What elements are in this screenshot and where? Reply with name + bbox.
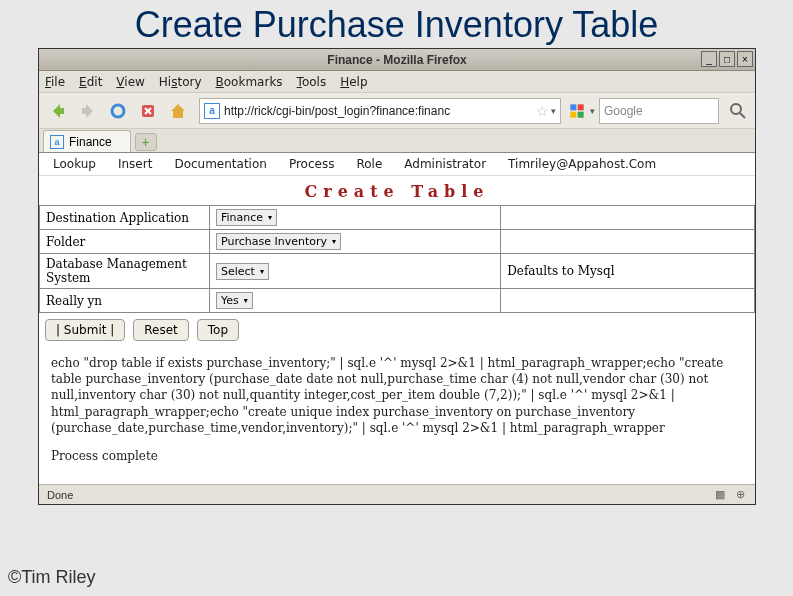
submit-button[interactable]: | Submit | bbox=[45, 319, 125, 341]
label-folder: Folder bbox=[40, 230, 210, 254]
search-placeholder: Google bbox=[604, 104, 714, 118]
extra-3 bbox=[501, 289, 755, 313]
extra-dbms: Defaults to Mysql bbox=[501, 254, 755, 289]
home-icon[interactable] bbox=[165, 98, 191, 124]
menu-view[interactable]: View bbox=[116, 75, 144, 89]
browser-window: Finance - Mozilla Firefox _ □ × File Edi… bbox=[38, 48, 756, 505]
status-icon-1[interactable]: ▩ bbox=[713, 488, 727, 502]
chevron-down-icon: ▾ bbox=[268, 213, 272, 222]
minimize-icon[interactable]: _ bbox=[701, 51, 717, 67]
menu-help[interactable]: Help bbox=[340, 75, 367, 89]
chevron-down-icon: ▾ bbox=[260, 267, 264, 276]
table-row: Database Management System Select▾ Defau… bbox=[40, 254, 755, 289]
statusbar: Done ▩ ⊕ bbox=[39, 484, 755, 504]
chevron-down-icon: ▾ bbox=[332, 237, 336, 246]
menu-history[interactable]: History bbox=[159, 75, 202, 89]
menu-file[interactable]: File bbox=[45, 75, 65, 89]
output-area: echo "drop table if exists purchase_inve… bbox=[39, 347, 755, 484]
svg-rect-3 bbox=[578, 104, 584, 110]
table-row: Folder Purchase Inventory▾ bbox=[40, 230, 755, 254]
search-box[interactable]: Google bbox=[599, 98, 719, 124]
search-icon[interactable] bbox=[723, 98, 749, 124]
tab-finance[interactable]: a Finance bbox=[43, 130, 131, 152]
extra-0 bbox=[501, 206, 755, 230]
app-menu-lookup[interactable]: Lookup bbox=[53, 157, 96, 171]
close-icon[interactable]: × bbox=[737, 51, 753, 67]
app-menu-administrator[interactable]: Administrator bbox=[404, 157, 486, 171]
output-status: Process complete bbox=[51, 448, 743, 464]
app-menu-email[interactable]: Timriley@Appahost.Com bbox=[508, 157, 656, 171]
app-menu-role[interactable]: Role bbox=[356, 157, 382, 171]
app-menu-insert[interactable]: Insert bbox=[118, 157, 152, 171]
chevron-down-icon: ▾ bbox=[244, 296, 248, 305]
google-button-icon[interactable]: ▾ bbox=[569, 98, 595, 124]
url-dropdown-icon[interactable]: ▾ bbox=[551, 106, 556, 116]
url-favicon-icon: a bbox=[204, 103, 220, 119]
footer-credit: ©Tim Riley bbox=[8, 567, 96, 588]
button-row: | Submit | Reset Top bbox=[39, 313, 755, 347]
reload-icon[interactable] bbox=[105, 98, 131, 124]
svg-rect-5 bbox=[578, 111, 584, 117]
window-controls: _ □ × bbox=[701, 51, 753, 67]
app-menu: Lookup Insert Documentation Process Role… bbox=[39, 153, 755, 176]
svg-rect-4 bbox=[570, 111, 576, 117]
select-destination-app[interactable]: Finance▾ bbox=[216, 209, 277, 226]
app-menu-documentation[interactable]: Documentation bbox=[174, 157, 267, 171]
extra-1 bbox=[501, 230, 755, 254]
top-button[interactable]: Top bbox=[197, 319, 239, 341]
label-dbms: Database Management System bbox=[40, 254, 210, 289]
stop-icon[interactable] bbox=[135, 98, 161, 124]
svg-line-7 bbox=[740, 113, 745, 118]
form-table: Destination Application Finance▾ Folder … bbox=[39, 205, 755, 313]
label-really: Really yn bbox=[40, 289, 210, 313]
svg-point-6 bbox=[731, 104, 741, 114]
app-menu-process[interactable]: Process bbox=[289, 157, 335, 171]
page-heading: Create Table bbox=[39, 176, 755, 205]
menu-bookmarks[interactable]: Bookmarks bbox=[216, 75, 283, 89]
select-folder[interactable]: Purchase Inventory▾ bbox=[216, 233, 341, 250]
reset-button[interactable]: Reset bbox=[133, 319, 189, 341]
tab-favicon-icon: a bbox=[50, 135, 64, 149]
select-really[interactable]: Yes▾ bbox=[216, 292, 253, 309]
titlebar: Finance - Mozilla Firefox _ □ × bbox=[39, 49, 755, 71]
tab-label: Finance bbox=[69, 135, 112, 149]
output-sql: echo "drop table if exists purchase_inve… bbox=[51, 355, 743, 436]
status-icon-2[interactable]: ⊕ bbox=[733, 488, 747, 502]
page-content: Lookup Insert Documentation Process Role… bbox=[39, 153, 755, 484]
url-text: http://rick/cgi-bin/post_login?finance:f… bbox=[224, 104, 534, 118]
menu-edit[interactable]: Edit bbox=[79, 75, 102, 89]
tabbar: a Finance + bbox=[39, 129, 755, 153]
label-destination-app: Destination Application bbox=[40, 206, 210, 230]
status-icons: ▩ ⊕ bbox=[713, 488, 747, 502]
menu-tools[interactable]: Tools bbox=[297, 75, 327, 89]
table-row: Destination Application Finance▾ bbox=[40, 206, 755, 230]
svg-rect-2 bbox=[570, 104, 576, 110]
bookmark-star-icon[interactable]: ☆ bbox=[536, 103, 549, 119]
menubar: File Edit View History Bookmarks Tools H… bbox=[39, 71, 755, 93]
back-icon[interactable] bbox=[45, 98, 71, 124]
url-bar[interactable]: a http://rick/cgi-bin/post_login?finance… bbox=[199, 98, 561, 124]
forward-icon[interactable] bbox=[75, 98, 101, 124]
slide-title: Create Purchase Inventory Table bbox=[0, 0, 793, 48]
table-row: Really yn Yes▾ bbox=[40, 289, 755, 313]
new-tab-button[interactable]: + bbox=[135, 133, 157, 151]
maximize-icon[interactable]: □ bbox=[719, 51, 735, 67]
toolbar: a http://rick/cgi-bin/post_login?finance… bbox=[39, 93, 755, 129]
select-dbms[interactable]: Select▾ bbox=[216, 263, 269, 280]
window-title: Finance - Mozilla Firefox bbox=[327, 53, 466, 67]
status-text: Done bbox=[47, 489, 73, 501]
